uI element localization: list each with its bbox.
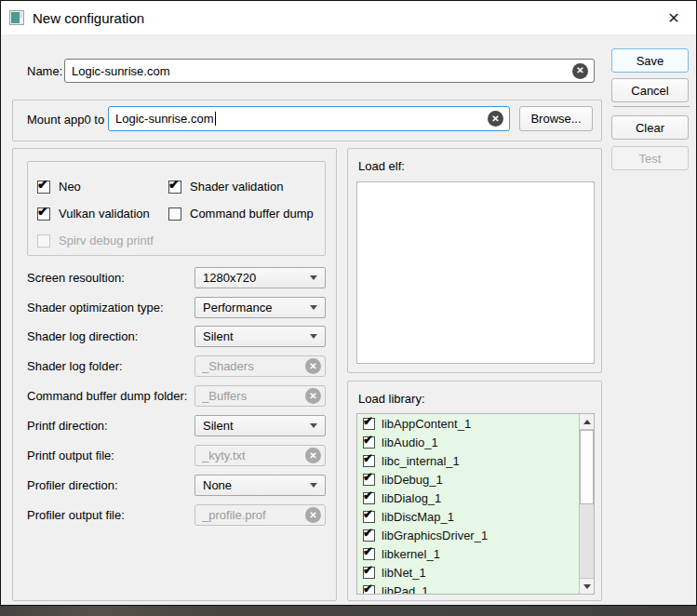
button-separator xyxy=(613,106,690,107)
list-item-libdiscmap-1[interactable]: ✔libDiscMap_1 xyxy=(357,507,579,526)
desktop-background: New configuration ✕ Name: Logic-sunrise.… xyxy=(0,0,697,616)
checkbox-shader-validation[interactable]: ✔Shader validation xyxy=(168,180,325,194)
scrollbar-thumb[interactable] xyxy=(580,430,594,504)
library-items: ✔libAppContent_1✔libAudio_1✔libc_interna… xyxy=(357,414,579,595)
clear-button[interactable]: Clear xyxy=(611,115,689,140)
check-icon: ✔ xyxy=(363,489,373,502)
scroll-up-icon xyxy=(583,420,591,424)
checkbox-box: ✔ xyxy=(363,455,375,467)
library-name: libAppContent_1 xyxy=(382,417,471,431)
printf-output-file-input: _kyty.txt✕ xyxy=(194,445,326,466)
list-item-libkernel-1[interactable]: ✔libkernel_1 xyxy=(357,544,579,563)
check-icon: ✔ xyxy=(363,471,373,483)
chevron-down-icon xyxy=(310,305,317,310)
name-value: Logic-sunrise.com xyxy=(72,64,170,78)
check-icon: ✔ xyxy=(363,583,373,595)
library-name: libNet_1 xyxy=(382,566,426,580)
list-item-libpad-1[interactable]: ✔libPad_1 xyxy=(357,582,579,595)
library-name: libDebug_1 xyxy=(382,473,443,487)
input-value: _Shaders xyxy=(202,359,254,373)
library-name: libDialog_1 xyxy=(382,491,441,505)
shader-optimization-type-combo[interactable]: Performance xyxy=(194,297,326,318)
screen-resoultion-combo[interactable]: 1280x720 xyxy=(194,267,326,288)
check-icon: ✔ xyxy=(363,508,373,520)
combo-value: Silent xyxy=(203,329,234,343)
mount-value: Logic-sunrise.com xyxy=(115,112,214,126)
save-button[interactable]: Save xyxy=(611,48,689,73)
combo-value: 1280x720 xyxy=(203,271,256,285)
combo-value: Performance xyxy=(203,301,272,315)
shader-log-folder-label: Shader log folder: xyxy=(27,359,123,373)
list-item-libappcontent-1[interactable]: ✔libAppContent_1 xyxy=(357,414,579,433)
load-elf-label: Load elf: xyxy=(358,159,405,173)
check-icon: ✔ xyxy=(168,178,180,191)
checkbox-label: Neo xyxy=(59,180,81,194)
name-label: Name: xyxy=(27,64,62,78)
shader-log-direction-label: Shader log direction: xyxy=(27,329,138,343)
combo-value: None xyxy=(203,478,232,492)
library-name: libGraphicsDriver_1 xyxy=(382,529,488,542)
checkbox-box: ✔ xyxy=(363,529,375,542)
checkbox-command-buffer-dump[interactable]: Command buffer dump xyxy=(168,207,325,221)
screen-resoultion-label: Screen resoultion: xyxy=(27,271,125,285)
dialog-new-configuration: New configuration ✕ Name: Logic-sunrise.… xyxy=(0,0,697,606)
browse-button[interactable]: Browse... xyxy=(519,106,593,131)
checkbox-box: ✔ xyxy=(363,436,375,449)
name-input[interactable]: Logic-sunrise.com ✕ xyxy=(64,59,595,83)
cancel-button[interactable]: Cancel xyxy=(611,78,689,102)
test-button: Test xyxy=(611,146,689,170)
printf-output-file-label: Printf output file: xyxy=(27,449,114,462)
app-icon-pane xyxy=(11,12,20,23)
profiler-direction-combo[interactable]: None xyxy=(194,475,326,496)
scroll-down-icon xyxy=(583,584,591,589)
scroll-down-button[interactable] xyxy=(580,578,594,594)
checkbox-box: ✔ xyxy=(363,418,375,430)
checkbox-box xyxy=(168,208,181,221)
check-icon: ✔ xyxy=(363,434,373,446)
clear-icon[interactable]: ✕ xyxy=(572,63,588,79)
shader-log-folder-input: _Shaders✕ xyxy=(194,355,326,377)
list-item-libaudio-1[interactable]: ✔libAudio_1 xyxy=(357,433,579,451)
printf-direction-label: Printf direction: xyxy=(27,419,108,433)
clear-icon: ✕ xyxy=(305,358,321,374)
chevron-down-icon xyxy=(310,423,317,428)
load-library-list[interactable]: ✔libAppContent_1✔libAudio_1✔libc_interna… xyxy=(356,413,595,595)
mount-app0-input[interactable]: Logic-sunrise.com ✕ xyxy=(108,106,510,131)
list-item-libc-internal-1[interactable]: ✔libc_internal_1 xyxy=(357,451,579,470)
printf-direction-combo[interactable]: Silent xyxy=(194,415,326,436)
shader-optimization-type-label: Shader optimization type: xyxy=(27,301,164,315)
library-name: libc_internal_1 xyxy=(382,454,460,468)
command-buffer-dump-folder-input: _Buffers✕ xyxy=(194,385,326,407)
load-elf-list[interactable] xyxy=(356,181,595,364)
check-icon: ✔ xyxy=(37,178,48,191)
shader-log-direction-combo[interactable]: Silent xyxy=(194,326,326,347)
checkbox-box: ✔ xyxy=(363,492,375,504)
check-icon: ✔ xyxy=(363,527,373,539)
checkbox-box xyxy=(37,234,50,248)
scrollbar-track[interactable] xyxy=(580,430,594,578)
list-item-libdebug-1[interactable]: ✔libDebug_1 xyxy=(357,470,579,489)
checkbox-label: Spirv debug printf xyxy=(59,234,154,248)
flags-grid: ✔Neo✔Shader validation✔Vulkan validation… xyxy=(28,162,325,254)
list-item-libnet-1[interactable]: ✔libNet_1 xyxy=(357,563,579,582)
scroll-up-button[interactable] xyxy=(580,414,594,430)
list-item-libgraphicsdriver-1[interactable]: ✔libGraphicsDriver_1 xyxy=(357,526,579,544)
flags-groupbox: ✔Neo✔Shader validation✔Vulkan validation… xyxy=(27,161,326,256)
profiler-output-file-label: Profiler output file: xyxy=(27,508,125,522)
list-item-libdialog-1[interactable]: ✔libDialog_1 xyxy=(357,489,579,507)
library-name: libPad_1 xyxy=(382,584,429,596)
clear-icon[interactable]: ✕ xyxy=(488,111,503,127)
checkbox-vulkan-validation[interactable]: ✔Vulkan validation xyxy=(37,207,168,221)
combo-value: Silent xyxy=(203,419,234,433)
checkbox-box: ✔ xyxy=(37,208,50,221)
clear-icon: ✕ xyxy=(305,388,321,404)
checkbox-neo[interactable]: ✔Neo xyxy=(37,180,168,194)
library-name: libAudio_1 xyxy=(382,435,438,449)
library-scrollbar[interactable] xyxy=(579,414,594,594)
close-icon[interactable]: ✕ xyxy=(660,9,688,27)
checkbox-box: ✔ xyxy=(363,585,375,596)
title-bar[interactable]: New configuration ✕ xyxy=(1,1,696,34)
text-caret xyxy=(215,112,216,126)
clear-icon: ✕ xyxy=(305,448,321,463)
check-icon: ✔ xyxy=(37,205,48,218)
